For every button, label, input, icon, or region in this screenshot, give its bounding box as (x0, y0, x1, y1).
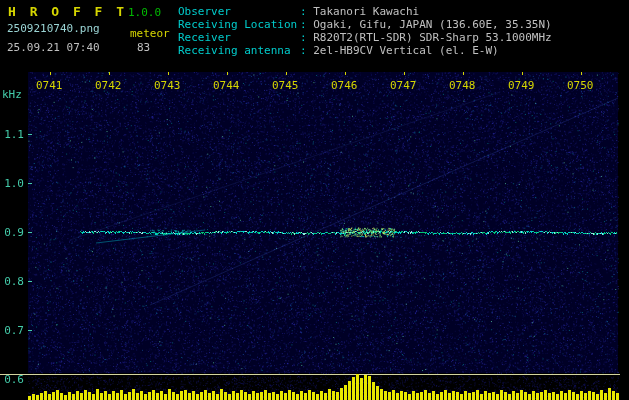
info-row: Receiving antenna: 2el-HB9CV Vertical (e… (178, 44, 552, 57)
info-label: Observer (178, 5, 300, 18)
info-colon: : (300, 5, 313, 18)
header: H R O F F T 1.0.0 2509210740.png meteor … (0, 0, 629, 72)
station-info: Observer: Takanori KawachiReceiving Loca… (178, 5, 552, 57)
info-value: R820T2(RTL-SDR) SDR-Sharp 53.1000MHz (313, 31, 551, 44)
hrofft-screen: H R O F F T 1.0.0 2509210740.png meteor … (0, 0, 629, 400)
info-row: Receiver: R820T2(RTL-SDR) SDR-Sharp 53.1… (178, 31, 552, 44)
info-colon: : (300, 31, 313, 44)
mode-label: meteor (130, 27, 170, 40)
info-label: Receiver (178, 31, 300, 44)
info-value: Takanori Kawachi (313, 5, 419, 18)
output-filename: 2509210740.png (7, 22, 100, 35)
timestamp: 25.09.21 07:40 (7, 41, 100, 54)
session-count: 83 (137, 41, 150, 54)
app-title: H R O F F T (8, 4, 127, 19)
app-version: 1.0.0 (128, 6, 161, 19)
info-colon: : (300, 44, 313, 57)
info-label: Receiving Location (178, 18, 300, 31)
info-value: 2el-HB9CV Vertical (el. E-W) (313, 44, 498, 57)
info-row: Receiving Location: Ogaki, Gifu, JAPAN (… (178, 18, 552, 31)
info-colon: : (300, 18, 313, 31)
info-value: Ogaki, Gifu, JAPAN (136.60E, 35.35N) (313, 18, 551, 31)
info-row: Observer: Takanori Kawachi (178, 5, 552, 18)
info-label: Receiving antenna (178, 44, 300, 57)
